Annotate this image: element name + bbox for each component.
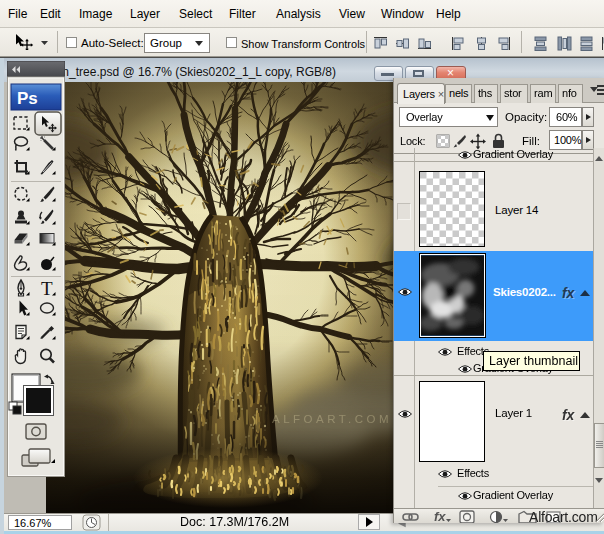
svg-text:fx: fx xyxy=(434,510,446,523)
svg-text:T: T xyxy=(41,278,53,299)
svg-text:Ps: Ps xyxy=(17,89,38,108)
svg-text:ALFOART.COM: ALFOART.COM xyxy=(272,413,392,425)
